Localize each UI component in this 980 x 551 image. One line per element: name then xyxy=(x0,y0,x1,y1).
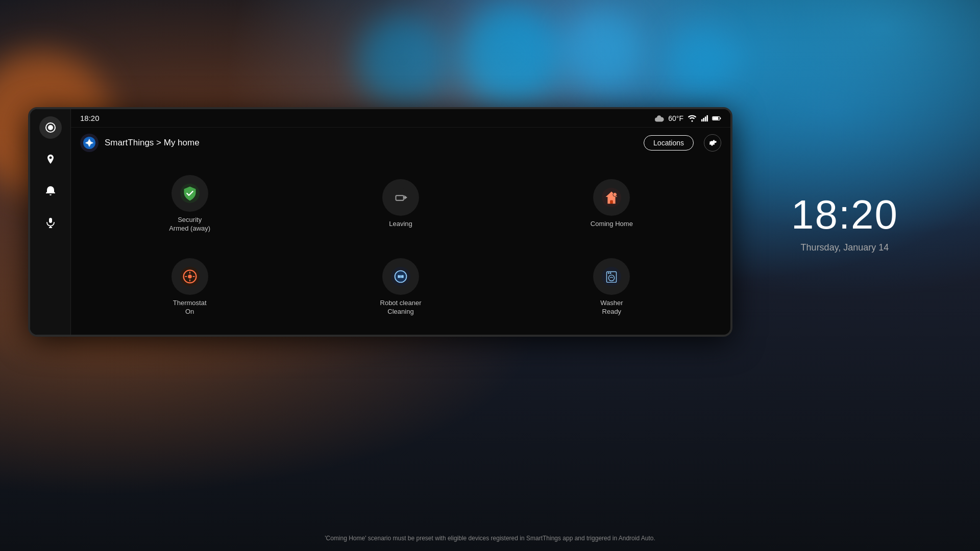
leaving-label: Leaving xyxy=(389,220,412,229)
robot-cleaner-label: Robot cleaner Cleaning xyxy=(380,299,422,316)
washer-icon-circle xyxy=(593,258,630,295)
sidebar-record-button[interactable] xyxy=(39,116,62,139)
robot-cleaner-icon xyxy=(391,267,410,286)
clock-date: Thursday, January 14 xyxy=(801,242,889,253)
main-content: 18:20 60°F xyxy=(71,109,730,335)
thermostat-tile[interactable]: Thermostat On xyxy=(86,247,293,327)
smartthings-logo-icon xyxy=(83,136,96,149)
svg-point-1 xyxy=(48,125,53,130)
washer-label: Washer Ready xyxy=(600,299,623,316)
security-label: Security Armed (away) xyxy=(169,216,210,233)
security-icon-circle xyxy=(172,175,208,212)
svg-rect-10 xyxy=(720,117,721,119)
locations-button[interactable]: Locations xyxy=(644,135,694,151)
bokeh-3 xyxy=(357,15,449,107)
washer-icon xyxy=(602,267,621,286)
bokeh-4 xyxy=(459,5,561,107)
svg-point-35 xyxy=(608,272,609,274)
svg-rect-8 xyxy=(706,115,708,121)
footnote: 'Coming Home' scenario must be preset wi… xyxy=(0,535,980,542)
tiles-grid: Security Armed (away) Leaving xyxy=(71,158,730,335)
security-tile[interactable]: Security Armed (away) xyxy=(86,164,293,243)
svg-point-36 xyxy=(610,272,611,274)
record-icon xyxy=(45,122,56,133)
maps-icon xyxy=(45,154,56,165)
svg-point-22 xyxy=(188,274,192,279)
bell-icon xyxy=(45,185,56,196)
app-title: SmartThings > My home xyxy=(105,138,638,148)
svg-rect-18 xyxy=(610,201,613,204)
app-bar: SmartThings > My home Locations xyxy=(71,128,730,158)
svg-point-31 xyxy=(399,275,402,278)
mic-icon xyxy=(45,217,56,228)
sidebar xyxy=(30,109,71,335)
svg-rect-11 xyxy=(713,117,718,120)
coming-home-label: Coming Home xyxy=(591,220,633,229)
display-screen: 18:20 60°F xyxy=(28,107,732,337)
thermostat-label: Thermostat On xyxy=(173,299,207,316)
washer-tile[interactable]: Washer Ready xyxy=(508,247,715,327)
leaving-tile[interactable]: Leaving xyxy=(297,164,504,243)
smartthings-logo xyxy=(80,134,99,152)
cloud-icon xyxy=(655,115,664,122)
signal-icon xyxy=(701,115,708,122)
sidebar-mic-button[interactable] xyxy=(39,211,62,234)
svg-point-14 xyxy=(391,188,410,207)
bokeh-5 xyxy=(561,10,643,92)
battery-icon xyxy=(712,115,721,121)
robot-cleaner-tile[interactable]: Robot cleaner Cleaning xyxy=(297,247,504,327)
wifi-icon xyxy=(688,115,697,122)
coming-home-tile[interactable]: Coming Home xyxy=(508,164,715,243)
clock-panel: 18:20 Thursday, January 14 xyxy=(758,107,932,337)
status-time: 18:20 xyxy=(80,114,100,122)
clock-time: 18:20 xyxy=(791,191,898,238)
status-right: 60°F xyxy=(655,114,721,122)
status-bar: 18:20 60°F xyxy=(71,109,730,128)
settings-button[interactable] xyxy=(704,134,721,152)
svg-point-19 xyxy=(613,193,617,197)
svg-point-32 xyxy=(602,267,621,286)
shield-icon xyxy=(180,184,200,203)
svg-rect-6 xyxy=(703,118,704,121)
svg-rect-5 xyxy=(701,119,703,121)
thermostat-icon-circle xyxy=(172,258,208,295)
svg-rect-2 xyxy=(49,218,52,223)
leaving-icon-circle xyxy=(382,179,419,216)
gear-icon xyxy=(708,138,717,147)
sidebar-bell-button[interactable] xyxy=(39,180,62,202)
robot-cleaner-icon-circle xyxy=(382,258,419,295)
home-icon xyxy=(602,188,621,207)
svg-rect-7 xyxy=(705,116,706,121)
thermostat-icon xyxy=(180,267,200,286)
coming-home-icon-circle xyxy=(593,179,630,216)
weather-temp: 60°F xyxy=(668,114,683,122)
bokeh-6 xyxy=(664,26,735,97)
sidebar-maps-button[interactable] xyxy=(39,148,62,170)
leaving-icon xyxy=(391,188,410,207)
